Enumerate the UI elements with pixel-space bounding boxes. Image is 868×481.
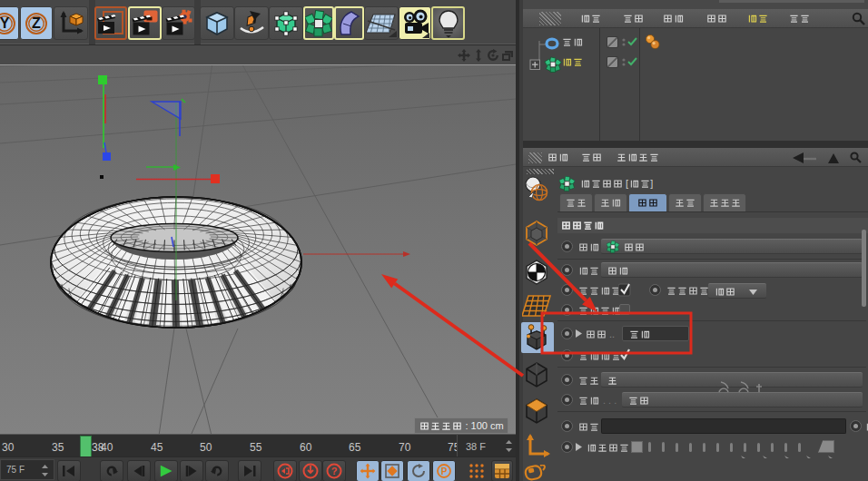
svg-text:P: P bbox=[441, 466, 448, 476]
svg-text:Y: Y bbox=[0, 15, 9, 31]
svg-text:Z: Z bbox=[32, 15, 41, 31]
svg-text:?: ? bbox=[331, 466, 338, 476]
